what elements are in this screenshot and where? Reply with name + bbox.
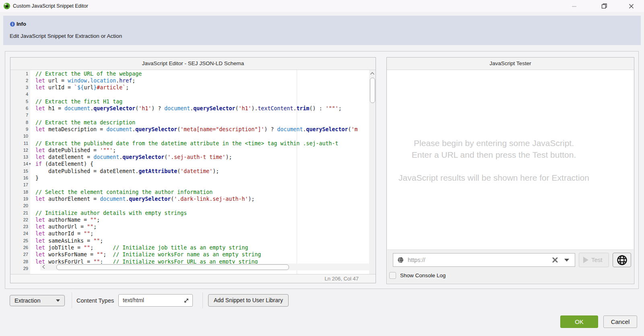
code-line: // Extract the published date from the d…	[35, 140, 339, 147]
cancel-button[interactable]: Cancel	[603, 315, 637, 328]
tester-placeholder-text: Please begin by entering some JavaScript…	[387, 138, 601, 183]
restore-icon	[601, 3, 607, 9]
url-placeholder: https://	[408, 254, 425, 266]
mode-select[interactable]: Extraction	[10, 295, 65, 306]
code-line: // Extract the first H1 tag	[35, 98, 122, 105]
minimize-button[interactable]	[565, 0, 583, 12]
fold-marker-icon[interactable]: ▾	[29, 161, 35, 167]
main-container: JavaScript Editor - SEJ JSON-LD Schema 1…	[5, 51, 639, 289]
line-number: 26	[11, 244, 28, 251]
column-ruler	[297, 70, 297, 274]
line-number: 13	[11, 154, 28, 161]
line-number: 6	[11, 105, 28, 112]
code-line: // Extract the meta description	[35, 119, 135, 126]
line-number: 21	[11, 210, 28, 216]
window-title: Custom JavaScript Snippet Editor	[13, 0, 88, 12]
open-browser-button[interactable]	[613, 253, 631, 267]
line-number: 9	[11, 126, 28, 133]
line-number: 1	[11, 70, 28, 77]
code-line: }	[35, 175, 39, 181]
divider	[72, 293, 72, 308]
line-number: 22	[11, 216, 28, 223]
code-line: // Select the element containing the aut…	[35, 189, 213, 196]
play-icon	[583, 257, 588, 263]
app-icon	[3, 2, 10, 10]
content-types-label: Content Types	[76, 295, 114, 307]
mode-select-caret	[56, 299, 60, 302]
horizontal-scrollbar-thumb[interactable]	[56, 264, 289, 270]
line-number: 29	[11, 265, 28, 272]
line-number: 12	[11, 147, 28, 154]
tester-placeholder-line: JavaScript results will be shown here fo…	[387, 172, 601, 184]
code-line: let datePublished = '""';	[35, 147, 116, 154]
info-banner-title: Info	[17, 21, 26, 27]
clear-url-icon[interactable]	[552, 257, 558, 263]
line-number: 18	[11, 189, 28, 196]
line-number: 2	[11, 77, 28, 84]
divider	[202, 293, 203, 308]
code-line: let jobTitle = ""; // Initialize job tit…	[35, 244, 248, 251]
tester-results-area: Please begin by entering some JavaScript…	[387, 70, 634, 249]
horizontal-scrollbar[interactable]	[40, 264, 369, 270]
line-number-gutter: 1234567891011121314151617181920212223242…	[10, 70, 30, 274]
cursor-position-status: Ln 206, Col 47	[10, 274, 376, 283]
code-line: let sameAsLinks = "";	[35, 237, 103, 244]
code-line: let dateElement = document.querySelector…	[35, 154, 232, 161]
javascript-tester-panel: JavaScript Tester Please begin by enteri…	[386, 57, 634, 284]
code-line: let urlId = `${url}#article`;	[35, 84, 129, 91]
show-console-row: Show Console Log	[389, 272, 446, 279]
add-snippet-button[interactable]: Add Snippet to User Library	[208, 294, 289, 307]
line-number: 27	[11, 251, 28, 258]
code-line: let authorName = "";	[35, 216, 100, 223]
code-line: let worksForName = ""; // Initialize wor…	[35, 251, 261, 258]
scroll-up-icon[interactable]	[370, 71, 375, 76]
close-button[interactable]	[622, 0, 640, 12]
line-number: 16	[11, 175, 28, 181]
editor-panel-title: JavaScript Editor - SEJ JSON-LD Schema	[10, 58, 376, 70]
line-number: 4	[11, 91, 28, 98]
scroll-left-icon[interactable]	[41, 264, 46, 269]
expand-icon[interactable]	[184, 298, 189, 303]
code-line: datePublished = dateElement.getAttribute…	[35, 168, 219, 175]
url-input[interactable]: https://	[393, 253, 575, 267]
maximize-button[interactable]	[595, 0, 613, 12]
line-number: 11	[11, 140, 28, 147]
content-types-input[interactable]: text/html	[118, 294, 193, 307]
code-line: let authorId = "";	[35, 230, 93, 237]
content-types-value: text/html	[123, 295, 144, 306]
ok-button[interactable]: OK	[560, 315, 598, 328]
line-number: 8	[11, 119, 28, 126]
vertical-scrollbar-thumb[interactable]	[370, 78, 375, 103]
url-dropdown-caret[interactable]	[564, 259, 569, 262]
title-bar: Custom JavaScript Snippet Editor	[0, 0, 644, 12]
code-line: let authorUrl = "";	[35, 223, 97, 230]
code-line: // Initialize author details with empty …	[35, 210, 187, 216]
line-number: 10	[11, 133, 28, 140]
tester-placeholder-line: Please begin by entering some JavaScript…	[387, 138, 601, 149]
line-number: 7	[11, 112, 28, 119]
line-number: 14	[11, 161, 28, 167]
tester-placeholder-line: Enter a URL and then press the Test butt…	[387, 149, 601, 161]
show-console-checkbox[interactable]	[389, 272, 396, 279]
info-icon: i	[10, 22, 15, 27]
tester-panel-title: JavaScript Tester	[387, 58, 634, 70]
close-icon	[629, 4, 634, 9]
line-number: 5	[11, 98, 28, 105]
javascript-editor-panel: JavaScript Editor - SEJ JSON-LD Schema 1…	[10, 57, 376, 283]
line-number: 25	[11, 237, 28, 244]
code-line: // Extract the URL of the webpage	[35, 70, 142, 77]
code-editor[interactable]: 1234567891011121314151617181920212223242…	[10, 70, 376, 274]
line-number: 19	[11, 196, 28, 202]
tester-footer: https:// Test Show Console Log	[387, 249, 634, 283]
vertical-scrollbar[interactable]	[369, 70, 376, 274]
code-line: let authorElement = document.querySelect…	[35, 196, 254, 202]
line-number: 24	[11, 230, 28, 237]
tester-placeholder-line	[387, 161, 601, 172]
globe-wireframe-icon	[617, 255, 627, 266]
code-line: let metaDescription = document.querySele…	[35, 126, 358, 133]
code-line: let url = window.location.href;	[35, 77, 135, 84]
info-banner: i Info Edit JavaScript Snippet for Extra…	[3, 16, 641, 45]
test-button[interactable]: Test	[579, 253, 609, 267]
line-number: 3	[11, 84, 28, 91]
line-number: 15	[11, 168, 28, 175]
